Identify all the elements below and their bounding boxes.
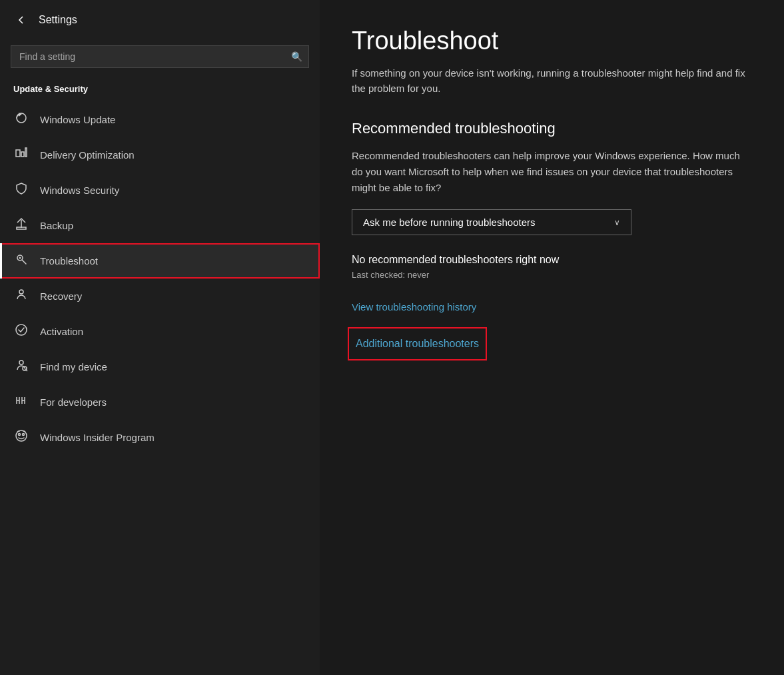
sidebar-item-find-my-device[interactable]: Find my device bbox=[0, 349, 320, 384]
sidebar-item-label-for-developers: For developers bbox=[40, 396, 107, 408]
sidebar-item-windows-security[interactable]: Windows Security bbox=[0, 173, 320, 208]
sidebar-item-label-activation: Activation bbox=[40, 326, 83, 337]
additional-troubleshooters-wrapper: Additional troubleshooters bbox=[352, 331, 483, 356]
svg-line-12 bbox=[27, 370, 28, 372]
sidebar-item-label-windows-insider-program: Windows Insider Program bbox=[40, 432, 155, 443]
sidebar-item-label-find-my-device: Find my device bbox=[40, 361, 107, 372]
main-content: Troubleshoot If something on your device… bbox=[320, 0, 784, 675]
back-button[interactable] bbox=[13, 12, 29, 28]
sidebar-item-windows-insider-program[interactable]: Windows Insider Program bbox=[0, 420, 320, 455]
sidebar-item-for-developers[interactable]: For developers bbox=[0, 384, 320, 420]
svg-point-8 bbox=[19, 290, 23, 294]
search-input[interactable] bbox=[11, 45, 309, 68]
sidebar-item-windows-update[interactable]: Windows Update bbox=[0, 102, 320, 137]
page-title: Troubleshoot bbox=[352, 27, 752, 55]
activation-icon bbox=[13, 323, 29, 340]
backup-icon bbox=[13, 217, 29, 234]
sidebar-item-label-recovery: Recovery bbox=[40, 291, 82, 302]
section-label: Update & Security bbox=[0, 79, 320, 102]
no-troubleshooters-status: No recommended troubleshooters right now bbox=[352, 254, 752, 266]
svg-point-21 bbox=[23, 434, 25, 436]
find-my-device-icon bbox=[13, 358, 29, 375]
sidebar-item-activation[interactable]: Activation bbox=[0, 314, 320, 349]
sidebar-item-recovery[interactable]: Recovery bbox=[0, 279, 320, 314]
recommended-section-description: Recommended troubleshooters can help imp… bbox=[352, 148, 752, 196]
sidebar-item-label-windows-security: Windows Security bbox=[40, 185, 119, 196]
recommended-section-heading: Recommended troubleshooting bbox=[352, 120, 752, 137]
last-checked-label: Last checked: never bbox=[352, 270, 752, 280]
for-developers-icon bbox=[13, 394, 29, 410]
search-icon: 🔍 bbox=[291, 51, 302, 62]
svg-rect-3 bbox=[25, 148, 27, 157]
svg-point-7 bbox=[19, 257, 21, 259]
sidebar-item-label-backup: Backup bbox=[40, 220, 73, 231]
windows-insider-program-icon bbox=[13, 429, 29, 446]
svg-point-9 bbox=[16, 325, 27, 335]
svg-point-19 bbox=[16, 430, 27, 441]
sidebar-item-backup[interactable]: Backup bbox=[0, 208, 320, 243]
windows-security-icon bbox=[13, 182, 29, 199]
dropdown-selected-value: Ask me before running troubleshooters bbox=[363, 217, 535, 228]
additional-troubleshooters-link[interactable]: Additional troubleshooters bbox=[353, 333, 482, 355]
view-troubleshooting-history-link[interactable]: View troubleshooting history bbox=[352, 301, 752, 313]
sidebar-item-label-troubleshoot: Troubleshoot bbox=[40, 255, 98, 267]
chevron-down-icon: ∨ bbox=[614, 218, 620, 227]
sidebar-header: Settings bbox=[0, 0, 320, 40]
delivery-optimization-icon bbox=[13, 147, 29, 163]
page-description: If something on your device isn't workin… bbox=[352, 66, 752, 96]
troubleshoot-icon bbox=[13, 253, 29, 269]
svg-line-6 bbox=[22, 260, 26, 264]
search-box[interactable]: 🔍 bbox=[11, 45, 309, 68]
svg-rect-2 bbox=[21, 152, 24, 157]
svg-point-20 bbox=[19, 434, 21, 436]
troubleshooter-preference-dropdown[interactable]: Ask me before running troubleshooters ∨ bbox=[352, 209, 631, 235]
sidebar: Settings 🔍 Update & Security Windows Upd… bbox=[0, 0, 320, 675]
sidebar-item-label-delivery-optimization: Delivery Optimization bbox=[40, 149, 135, 161]
sidebar-title: Settings bbox=[39, 14, 77, 26]
svg-point-10 bbox=[19, 360, 23, 364]
sidebar-item-label-windows-update: Windows Update bbox=[40, 114, 115, 125]
sidebar-item-delivery-optimization[interactable]: Delivery Optimization bbox=[0, 137, 320, 173]
sidebar-item-troubleshoot[interactable]: Troubleshoot bbox=[0, 243, 320, 279]
svg-rect-1 bbox=[16, 150, 20, 157]
recovery-icon bbox=[13, 288, 29, 305]
windows-update-icon bbox=[13, 111, 29, 128]
nav-list: Windows Update Delivery Optimization Win… bbox=[0, 102, 320, 455]
svg-rect-4 bbox=[17, 227, 26, 229]
